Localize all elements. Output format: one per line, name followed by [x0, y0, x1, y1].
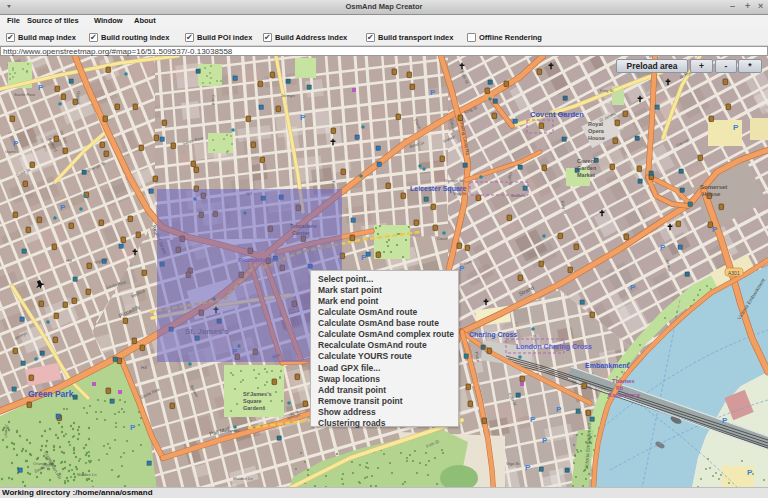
svg-text:Somerset: Somerset [700, 184, 727, 190]
svg-text:Orange St: Orange St [444, 178, 464, 183]
svg-text:P: P [300, 113, 306, 122]
svg-text:Gardens: Gardens [243, 405, 265, 411]
svg-text:P: P [38, 83, 44, 92]
svg-text:Court: Court [211, 95, 216, 106]
svg-text:P: P [733, 123, 739, 132]
svg-text:P: P [747, 468, 753, 477]
svg-text:Vigo St: Vigo St [506, 461, 520, 466]
svg-text:House: House [702, 191, 721, 197]
svg-text:Maiden Ln: Maiden Ln [233, 476, 253, 481]
svg-text:Embankment: Embankment [585, 362, 630, 369]
svg-text:P: P [361, 253, 367, 262]
svg-text:P: P [13, 139, 19, 148]
svg-text:Garrick: Garrick [76, 91, 81, 105]
svg-text:P: P [712, 225, 718, 234]
svg-text:P: P [630, 283, 636, 292]
svg-text:Garden: Garden [577, 165, 597, 171]
svg-text:Charing Cross: Charing Cross [469, 331, 517, 339]
svg-text:Hill: Hill [141, 365, 147, 370]
svg-text:Covent Garden: Covent Garden [530, 110, 584, 119]
svg-text:P: P [542, 436, 548, 445]
svg-text:Leicester Square: Leicester Square [410, 185, 467, 193]
svg-text:P: P [556, 405, 562, 414]
svg-text:St James's: St James's [243, 391, 272, 397]
svg-text:P: P [130, 423, 136, 432]
svg-text:House: House [588, 135, 605, 141]
svg-text:P.b: P.b [616, 385, 623, 391]
svg-text:Hill: Hill [66, 258, 72, 263]
svg-text:Green Park: Green Park [28, 389, 74, 399]
svg-text:P: P [722, 416, 728, 425]
svg-text:Court: Court [437, 236, 448, 241]
svg-text:Square: Square [243, 398, 262, 404]
svg-text:London Charing Cross: London Charing Cross [516, 343, 592, 351]
svg-text:Jermyn: Jermyn [281, 93, 295, 98]
svg-text:Experience: Experience [608, 392, 641, 398]
svg-text:Royal: Royal [588, 121, 603, 127]
svg-text:Garrick: Garrick [5, 149, 19, 154]
svg-text:Thames: Thames [612, 378, 635, 384]
svg-text:P: P [660, 243, 666, 252]
svg-text:P: P [525, 463, 531, 472]
svg-text:King St: King St [600, 88, 614, 93]
svg-text:P: P [530, 415, 536, 424]
svg-text:Maiden Ln: Maiden Ln [77, 472, 97, 477]
svg-text:Jermyn: Jermyn [4, 424, 9, 438]
svg-text:P: P [60, 203, 66, 212]
svg-text:Covent: Covent [577, 158, 596, 164]
svg-text:Market: Market [577, 172, 595, 178]
svg-text:Savile Row: Savile Row [14, 92, 36, 97]
svg-text:Opera: Opera [588, 128, 605, 134]
svg-text:A301: A301 [728, 270, 740, 276]
svg-text:Vigo St: Vigo St [508, 172, 513, 186]
svg-text:P: P [430, 88, 436, 97]
